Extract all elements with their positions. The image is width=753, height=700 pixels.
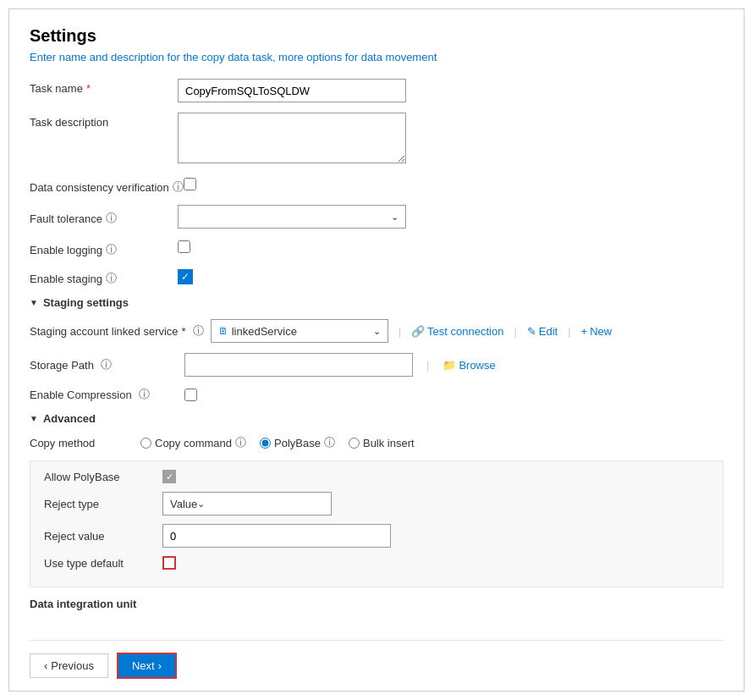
separator1: | (398, 325, 401, 338)
advanced-collapse-icon[interactable]: ▼ (30, 414, 38, 423)
staging-account-label: Staging account linked service * ⓘ (30, 323, 204, 339)
required-marker: * (86, 82, 91, 95)
enable-logging-checkbox[interactable] (178, 240, 190, 253)
copy-command-option[interactable]: Copy command ⓘ (140, 435, 246, 450)
separator3: | (568, 325, 570, 338)
staging-settings-title: Staging settings (43, 296, 129, 309)
staging-linked-service-dropdown[interactable]: 🗎 linkedService ⌄ (211, 319, 388, 343)
page-title: Settings (30, 26, 723, 46)
reject-type-label: Reject type (44, 498, 162, 510)
copy-command-radio[interactable] (140, 438, 151, 449)
use-type-default-label: Use type default (44, 557, 162, 570)
enable-staging-label: Enable staging ⓘ (30, 267, 178, 286)
allow-polybase-label: Allow PolyBase (44, 471, 162, 483)
polybase-info-icon[interactable]: ⓘ (324, 435, 335, 450)
reject-value-label: Reject value (44, 530, 162, 543)
subtitle[interactable]: Enter name and description for the copy … (30, 51, 723, 63)
copy-command-label: Copy command (155, 437, 232, 449)
new-icon: + (581, 325, 588, 338)
linked-service-value: linkedService (232, 325, 373, 338)
bulk-insert-label: Bulk insert (363, 437, 415, 449)
linked-service-icon: 🗎 (218, 325, 228, 337)
reject-type-value: Value (170, 498, 197, 510)
fault-tolerance-arrow-icon: ⌄ (391, 212, 398, 223)
enable-compression-checkbox[interactable] (184, 389, 197, 401)
enable-compression-info-icon[interactable]: ⓘ (139, 387, 150, 402)
previous-icon: ‹ (44, 659, 47, 672)
polybase-label: PolyBase (274, 437, 321, 449)
fault-tolerance-dropdown[interactable]: ⌄ (178, 205, 406, 229)
copy-command-info-icon[interactable]: ⓘ (235, 435, 246, 450)
data-consistency-info-icon[interactable]: ⓘ (173, 179, 184, 195)
enable-logging-info-icon[interactable]: ⓘ (106, 242, 117, 257)
separator2: | (514, 325, 516, 338)
enable-logging-label: Enable logging ⓘ (30, 239, 178, 257)
test-connection-icon: 🔗 (411, 325, 425, 338)
linked-service-arrow-icon: ⌄ (373, 326, 381, 337)
advanced-title: Advanced (43, 412, 96, 425)
reject-type-dropdown[interactable]: Value ⌄ (162, 492, 332, 515)
enable-compression-label: Enable Compression ⓘ (30, 387, 178, 402)
advanced-section: ▼ Advanced (30, 412, 723, 425)
bulk-insert-radio[interactable] (349, 438, 360, 449)
storage-path-input[interactable] (184, 353, 413, 377)
next-button[interactable]: Next › (117, 653, 177, 679)
staging-required-marker: * (182, 325, 186, 338)
data-consistency-label: Data consistency verification ⓘ (30, 176, 184, 195)
separator4: | (426, 359, 429, 372)
staging-settings-section: ▼ Staging settings (30, 296, 723, 309)
next-icon: › (158, 659, 162, 672)
polybase-settings-panel: Allow PolyBase ✓ Reject type Value ⌄ Rej… (30, 460, 723, 587)
browse-icon: 📁 (442, 359, 456, 372)
data-consistency-checkbox[interactable] (184, 178, 196, 190)
task-name-label: Task name * (30, 79, 178, 95)
staging-account-info-icon[interactable]: ⓘ (193, 323, 204, 339)
edit-link[interactable]: ✎ Edit (527, 325, 558, 338)
task-name-input[interactable] (178, 79, 406, 102)
browse-link[interactable]: 📁 Browse (442, 359, 495, 372)
task-description-label: Task description (30, 113, 178, 129)
enable-staging-checkbox[interactable]: ✓ (178, 269, 193, 284)
polybase-option[interactable]: PolyBase ⓘ (260, 435, 335, 450)
reject-value-input[interactable] (162, 524, 391, 548)
fault-tolerance-info-icon[interactable]: ⓘ (106, 211, 117, 226)
bulk-insert-option[interactable]: Bulk insert (349, 437, 415, 449)
task-description-input[interactable] (178, 113, 406, 163)
footer: ‹ Previous Next › (30, 640, 723, 691)
storage-path-label: Storage Path ⓘ (30, 357, 178, 372)
polybase-radio[interactable] (260, 438, 271, 449)
allow-polybase-checkbox[interactable]: ✓ (162, 470, 176, 483)
copy-method-label: Copy method (30, 437, 127, 449)
data-integration-label: Data integration unit (30, 598, 723, 610)
use-type-default-checkbox[interactable] (162, 556, 176, 570)
staging-collapse-icon[interactable]: ▼ (30, 298, 38, 307)
reject-type-arrow-icon: ⌄ (197, 499, 205, 510)
fault-tolerance-label: Fault tolerance ⓘ (30, 207, 178, 226)
edit-icon: ✎ (527, 325, 536, 338)
storage-path-info-icon[interactable]: ⓘ (101, 357, 112, 372)
enable-staging-info-icon[interactable]: ⓘ (106, 271, 117, 286)
previous-button[interactable]: ‹ Previous (30, 653, 108, 678)
new-link[interactable]: + New (581, 325, 613, 338)
test-connection-link[interactable]: 🔗 Test connection (411, 325, 503, 338)
